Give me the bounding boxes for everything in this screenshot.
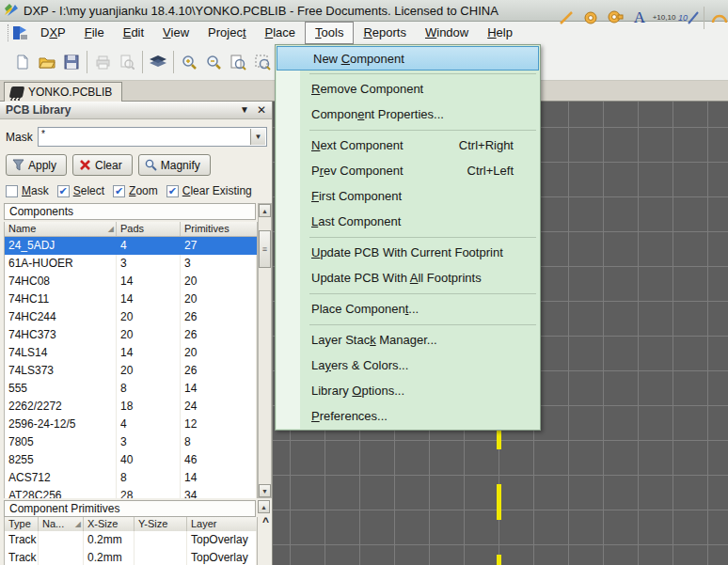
shortcut-label: Ctrl+Left: [467, 164, 514, 178]
menu-tools[interactable]: Tools: [305, 22, 354, 44]
origin-axis-line: [497, 555, 501, 565]
zoom-area-icon[interactable]: [250, 50, 275, 74]
panel-splitter-icon[interactable]: ^: [262, 515, 269, 528]
place-via-icon[interactable]: [603, 6, 627, 30]
shortcut-label: Ctrl+Right: [459, 138, 514, 152]
menu-item-remove-component[interactable]: Remove Component: [276, 76, 540, 102]
checkbox-mask[interactable]: Mask: [6, 184, 49, 197]
column-x-size[interactable]: X-Size: [84, 517, 135, 531]
mask-combobox[interactable]: * ▼: [38, 127, 267, 147]
component-row[interactable]: 2262/22721824: [5, 398, 257, 416]
component-row[interactable]: 555814: [5, 380, 257, 398]
menu-item-component-properties[interactable]: Component Properties...: [276, 102, 540, 127]
menu-item-update-pcb-current-footprint[interactable]: Update PCB With Current Footprint: [276, 240, 540, 265]
menu-item-next-component[interactable]: Next Component Ctrl+Right: [276, 133, 540, 158]
menu-view[interactable]: View: [153, 22, 198, 44]
menu-item-prev-component[interactable]: Prev Component Ctrl+Left: [276, 158, 540, 183]
checkbox-clear-existing[interactable]: ✔ Clear Existing: [166, 184, 252, 197]
menu-help[interactable]: Help: [478, 22, 522, 44]
component-row[interactable]: 74HC2442026: [5, 308, 257, 326]
mask-row: Mask * ▼: [6, 127, 267, 147]
primitives-scroll-up-icon[interactable]: ▲: [258, 500, 270, 513]
components-section-header[interactable]: Components: [4, 203, 256, 220]
component-row[interactable]: ACS712814: [5, 469, 257, 487]
component-row[interactable]: 74LS141420: [5, 344, 257, 362]
menu-item-first-component[interactable]: First Component: [276, 183, 540, 209]
column-y-size[interactable]: Y-Size: [135, 517, 187, 531]
component-row[interactable]: 82554046: [5, 451, 257, 469]
open-document-icon[interactable]: [35, 50, 59, 74]
primitive-row[interactable]: Track0.2mmTopOverlay: [5, 531, 257, 549]
component-row[interactable]: 780538: [5, 433, 257, 451]
save-icon[interactable]: [59, 50, 84, 74]
component-row[interactable]: 74HC111420: [5, 290, 257, 308]
menu-project[interactable]: Project: [198, 22, 255, 44]
column-name-truncated[interactable]: Na... ◢: [39, 517, 84, 531]
place-line-icon[interactable]: [554, 6, 578, 30]
column-layer[interactable]: Layer: [187, 517, 257, 531]
menu-item-new-component[interactable]: New Component: [277, 46, 539, 71]
primitives-list: Track0.2mmTopOverlay Track0.2mmTopOverla…: [4, 531, 258, 565]
component-row[interactable]: 61A-HUOER33: [5, 255, 257, 273]
component-row[interactable]: 74HC3732026: [5, 326, 257, 344]
components-scrollbar[interactable]: ▲ ≡ ▼: [258, 203, 272, 498]
column-name[interactable]: Name ◢: [5, 222, 117, 236]
print-icon[interactable]: [90, 50, 115, 74]
dxp-logo-icon[interactable]: [12, 25, 29, 40]
place-dimension-icon[interactable]: 10: [676, 6, 701, 30]
menu-window[interactable]: Window: [416, 22, 478, 44]
primitive-row[interactable]: Track0.2mmTopOverlay: [5, 549, 257, 565]
menu-item-preferences[interactable]: Preferences...: [276, 403, 540, 429]
menu-edit[interactable]: Edit: [114, 22, 153, 44]
tab-yonko-pcblib[interactable]: YONKO.PCBLIB: [4, 82, 122, 102]
menu-item-library-options[interactable]: Library Options...: [276, 378, 540, 403]
component-row[interactable]: 74LS3732026: [5, 362, 257, 380]
place-string-icon[interactable]: A: [627, 6, 652, 30]
browse-library-icon[interactable]: [146, 50, 170, 74]
red-x-icon: [79, 159, 91, 171]
scrollbar-thumb[interactable]: ≡: [259, 230, 271, 268]
menu-file[interactable]: File: [75, 22, 114, 44]
component-row-selected[interactable]: 24_5ADJ427: [5, 237, 257, 255]
new-document-icon[interactable]: [10, 50, 35, 74]
menu-reports[interactable]: Reports: [354, 22, 416, 44]
mask-value: *: [41, 129, 45, 139]
component-row[interactable]: 74HC081420: [5, 273, 257, 290]
menu-item-place-component[interactable]: Place Component...: [276, 296, 540, 322]
zoom-in-icon[interactable]: [177, 50, 201, 74]
panel-close-icon[interactable]: ✕: [257, 105, 266, 115]
component-row[interactable]: 2596-24-12/5412: [5, 416, 257, 433]
menu-item-last-component[interactable]: Last Component: [276, 209, 540, 234]
primitives-section-header[interactable]: Component Primitives: [4, 500, 256, 517]
menu-place[interactable]: Place: [256, 22, 306, 44]
zoom-document-icon[interactable]: [226, 50, 250, 74]
menu-separator: [309, 293, 536, 294]
menu-dxp[interactable]: DXP: [31, 22, 75, 44]
panel-menu-icon[interactable]: ▼: [240, 105, 249, 115]
menu-item-layers-and-colors[interactable]: Layers & Colors...: [276, 353, 540, 378]
zoom-out-icon[interactable]: [201, 50, 226, 74]
menu-separator: [309, 130, 536, 131]
magnify-button[interactable]: Magnify: [138, 154, 211, 176]
checkbox-zoom[interactable]: ✔ Zoom: [113, 184, 158, 197]
magnifier-icon: [145, 159, 157, 171]
menu-separator: [309, 73, 536, 74]
combo-dropdown-icon[interactable]: ▼: [250, 129, 265, 145]
scroll-down-icon[interactable]: ▼: [259, 484, 271, 497]
menu-item-layer-stack-manager[interactable]: Layer Stack Manager...: [276, 327, 540, 353]
place-pad-icon[interactable]: [578, 6, 603, 30]
clear-button[interactable]: Clear: [72, 154, 133, 176]
place-coordinate-icon[interactable]: +10,10: [652, 6, 676, 30]
column-type[interactable]: Type: [5, 517, 39, 531]
print-preview-icon[interactable]: [115, 50, 139, 74]
column-pads[interactable]: Pads: [117, 222, 181, 236]
column-primitives[interactable]: Primitives: [181, 222, 257, 236]
scroll-up-icon[interactable]: ▲: [259, 204, 271, 217]
place-arc-edge-icon[interactable]: [707, 6, 728, 30]
checkbox-select[interactable]: ✔ Select: [57, 184, 104, 197]
app-icon: [4, 3, 19, 18]
menu-item-update-pcb-all-footprints[interactable]: Update PCB With All Footprints: [276, 265, 540, 290]
component-row[interactable]: AT28C2562834: [5, 487, 257, 498]
toolbar-grip-icon[interactable]: [2, 24, 8, 41]
apply-button[interactable]: Apply: [6, 154, 67, 176]
